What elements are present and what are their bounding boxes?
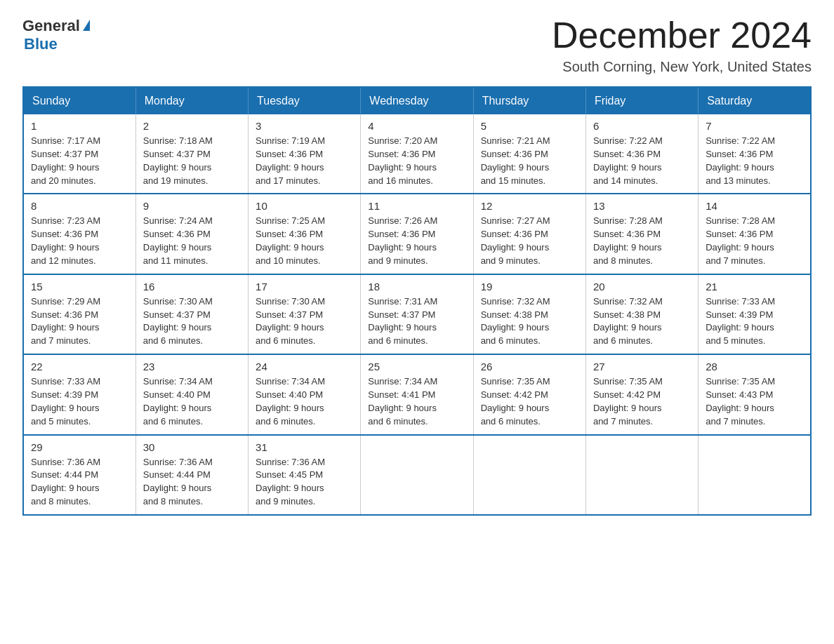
day-number: 24 [256, 361, 353, 373]
calendar-cell: 18Sunrise: 7:31 AM Sunset: 4:37 PM Dayli… [361, 274, 473, 354]
calendar-cell: 23Sunrise: 7:34 AM Sunset: 4:40 PM Dayli… [135, 354, 248, 434]
day-info: Sunrise: 7:36 AM Sunset: 4:45 PM Dayligh… [256, 456, 353, 509]
day-number: 1 [31, 120, 128, 132]
calendar-cell: 9Sunrise: 7:24 AM Sunset: 4:36 PM Daylig… [135, 194, 248, 274]
day-info: Sunrise: 7:28 AM Sunset: 4:36 PM Dayligh… [593, 215, 691, 267]
calendar-cell: 30Sunrise: 7:36 AM Sunset: 4:44 PM Dayli… [135, 435, 248, 515]
day-number: 21 [706, 281, 803, 293]
day-info: Sunrise: 7:36 AM Sunset: 4:44 PM Dayligh… [143, 456, 241, 509]
calendar-cell: 4Sunrise: 7:20 AM Sunset: 4:36 PM Daylig… [361, 114, 473, 194]
day-info: Sunrise: 7:24 AM Sunset: 4:36 PM Dayligh… [143, 215, 241, 267]
day-number: 15 [31, 281, 128, 293]
calendar-header-tuesday: Tuesday [249, 87, 361, 114]
calendar-cell: 5Sunrise: 7:21 AM Sunset: 4:36 PM Daylig… [473, 114, 585, 194]
logo-general-text: General [22, 17, 80, 35]
day-number: 6 [593, 120, 691, 132]
day-info: Sunrise: 7:30 AM Sunset: 4:37 PM Dayligh… [143, 295, 241, 348]
day-number: 13 [593, 200, 691, 212]
calendar-header-saturday: Saturday [699, 87, 811, 114]
day-info: Sunrise: 7:32 AM Sunset: 4:38 PM Dayligh… [593, 295, 691, 348]
calendar-week-row: 29Sunrise: 7:36 AM Sunset: 4:44 PM Dayli… [23, 435, 811, 515]
month-title: December 2024 [552, 17, 812, 53]
day-info: Sunrise: 7:18 AM Sunset: 4:37 PM Dayligh… [143, 135, 241, 187]
day-info: Sunrise: 7:34 AM Sunset: 4:41 PM Dayligh… [368, 375, 465, 428]
day-info: Sunrise: 7:22 AM Sunset: 4:36 PM Dayligh… [593, 135, 691, 187]
calendar-cell: 19Sunrise: 7:32 AM Sunset: 4:38 PM Dayli… [473, 274, 585, 354]
logo-triangle-icon [83, 20, 90, 31]
calendar-cell: 15Sunrise: 7:29 AM Sunset: 4:36 PM Dayli… [23, 274, 135, 354]
day-number: 9 [143, 200, 241, 212]
day-number: 22 [31, 361, 128, 373]
day-info: Sunrise: 7:36 AM Sunset: 4:44 PM Dayligh… [31, 456, 128, 509]
logo-blue-text: Blue [24, 35, 58, 53]
calendar-cell: 24Sunrise: 7:34 AM Sunset: 4:40 PM Dayli… [249, 354, 361, 434]
day-info: Sunrise: 7:35 AM Sunset: 4:42 PM Dayligh… [593, 375, 691, 428]
day-number: 27 [593, 361, 691, 373]
day-info: Sunrise: 7:33 AM Sunset: 4:39 PM Dayligh… [31, 375, 128, 428]
day-number: 29 [31, 441, 128, 453]
day-number: 28 [706, 361, 803, 373]
title-section: December 2024 South Corning, New York, U… [552, 17, 812, 75]
day-number: 12 [481, 200, 578, 212]
day-info: Sunrise: 7:28 AM Sunset: 4:36 PM Dayligh… [706, 215, 803, 267]
day-info: Sunrise: 7:35 AM Sunset: 4:43 PM Dayligh… [706, 375, 803, 428]
day-number: 20 [593, 281, 691, 293]
calendar-header-row: SundayMondayTuesdayWednesdayThursdayFrid… [23, 87, 811, 114]
calendar-cell: 14Sunrise: 7:28 AM Sunset: 4:36 PM Dayli… [699, 194, 811, 274]
location-text: South Corning, New York, United States [552, 59, 812, 75]
calendar-cell: 25Sunrise: 7:34 AM Sunset: 4:41 PM Dayli… [361, 354, 473, 434]
calendar-table: SundayMondayTuesdayWednesdayThursdayFrid… [22, 86, 812, 516]
day-info: Sunrise: 7:35 AM Sunset: 4:42 PM Dayligh… [481, 375, 578, 428]
calendar-body: 1Sunrise: 7:17 AM Sunset: 4:37 PM Daylig… [23, 114, 811, 515]
calendar-cell [361, 435, 473, 515]
day-number: 17 [256, 281, 353, 293]
calendar-cell: 22Sunrise: 7:33 AM Sunset: 4:39 PM Dayli… [23, 354, 135, 434]
calendar-week-row: 8Sunrise: 7:23 AM Sunset: 4:36 PM Daylig… [23, 194, 811, 274]
day-number: 14 [706, 200, 803, 212]
day-info: Sunrise: 7:27 AM Sunset: 4:36 PM Dayligh… [481, 215, 578, 267]
day-info: Sunrise: 7:32 AM Sunset: 4:38 PM Dayligh… [481, 295, 578, 348]
calendar-cell [585, 435, 698, 515]
day-info: Sunrise: 7:34 AM Sunset: 4:40 PM Dayligh… [256, 375, 353, 428]
calendar-cell [473, 435, 585, 515]
day-number: 16 [143, 281, 241, 293]
day-info: Sunrise: 7:26 AM Sunset: 4:36 PM Dayligh… [368, 215, 465, 267]
day-info: Sunrise: 7:19 AM Sunset: 4:36 PM Dayligh… [256, 135, 353, 187]
day-number: 19 [481, 281, 578, 293]
day-number: 2 [143, 120, 241, 132]
calendar-cell: 11Sunrise: 7:26 AM Sunset: 4:36 PM Dayli… [361, 194, 473, 274]
day-info: Sunrise: 7:29 AM Sunset: 4:36 PM Dayligh… [31, 295, 128, 348]
calendar-cell: 28Sunrise: 7:35 AM Sunset: 4:43 PM Dayli… [699, 354, 811, 434]
calendar-cell: 12Sunrise: 7:27 AM Sunset: 4:36 PM Dayli… [473, 194, 585, 274]
page-header: General Blue December 2024 South Corning… [22, 17, 812, 75]
calendar-cell: 26Sunrise: 7:35 AM Sunset: 4:42 PM Dayli… [473, 354, 585, 434]
day-number: 30 [143, 441, 241, 453]
day-info: Sunrise: 7:34 AM Sunset: 4:40 PM Dayligh… [143, 375, 241, 428]
calendar-cell: 29Sunrise: 7:36 AM Sunset: 4:44 PM Dayli… [23, 435, 135, 515]
day-number: 4 [368, 120, 465, 132]
day-number: 7 [706, 120, 803, 132]
day-number: 10 [256, 200, 353, 212]
calendar-cell: 13Sunrise: 7:28 AM Sunset: 4:36 PM Dayli… [585, 194, 698, 274]
calendar-week-row: 22Sunrise: 7:33 AM Sunset: 4:39 PM Dayli… [23, 354, 811, 434]
calendar-cell: 10Sunrise: 7:25 AM Sunset: 4:36 PM Dayli… [249, 194, 361, 274]
logo: General Blue [22, 17, 90, 53]
calendar-cell: 16Sunrise: 7:30 AM Sunset: 4:37 PM Dayli… [135, 274, 248, 354]
day-number: 5 [481, 120, 578, 132]
day-info: Sunrise: 7:25 AM Sunset: 4:36 PM Dayligh… [256, 215, 353, 267]
calendar-header-friday: Friday [585, 87, 698, 114]
day-number: 23 [143, 361, 241, 373]
calendar-cell: 3Sunrise: 7:19 AM Sunset: 4:36 PM Daylig… [249, 114, 361, 194]
calendar-week-row: 1Sunrise: 7:17 AM Sunset: 4:37 PM Daylig… [23, 114, 811, 194]
day-number: 3 [256, 120, 353, 132]
calendar-header-wednesday: Wednesday [361, 87, 473, 114]
day-number: 25 [368, 361, 465, 373]
day-number: 18 [368, 281, 465, 293]
calendar-cell: 17Sunrise: 7:30 AM Sunset: 4:37 PM Dayli… [249, 274, 361, 354]
day-number: 11 [368, 200, 465, 212]
calendar-cell: 7Sunrise: 7:22 AM Sunset: 4:36 PM Daylig… [699, 114, 811, 194]
day-info: Sunrise: 7:33 AM Sunset: 4:39 PM Dayligh… [706, 295, 803, 348]
calendar-cell: 6Sunrise: 7:22 AM Sunset: 4:36 PM Daylig… [585, 114, 698, 194]
calendar-cell: 27Sunrise: 7:35 AM Sunset: 4:42 PM Dayli… [585, 354, 698, 434]
day-number: 31 [256, 441, 353, 453]
